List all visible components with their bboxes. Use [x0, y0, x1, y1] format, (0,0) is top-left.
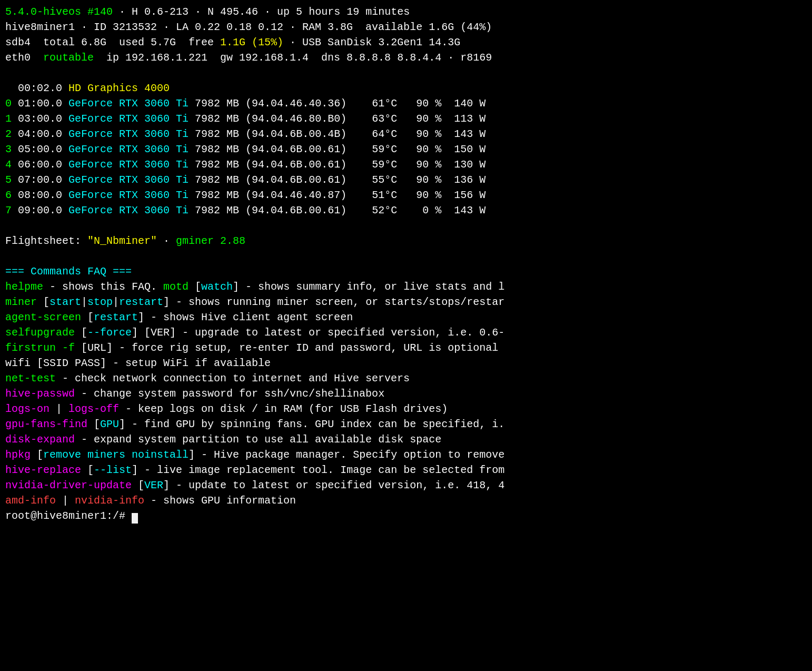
terminal-output: 5.4.0-hiveos #140 · H 0.6-213 · N 495.46…: [5, 4, 807, 524]
status-line-1: 5.4.0-hiveos #140 · H 0.6-213 · N 495.46…: [5, 4, 807, 19]
blank-1: [5, 65, 807, 81]
gpu-5: 5 07:00.0 GeForce RTX 3060 Ti 7982 MB (9…: [5, 172, 807, 188]
status-line-2: hive8miner1 · ID 3213532 · LA 0.22 0.18 …: [5, 19, 807, 35]
blank-2: [5, 218, 807, 233]
faq-amdnvidia: amd-info | nvidia-info - shows GPU infor…: [5, 493, 807, 508]
gpu-6: 6 08:00.0 GeForce RTX 3060 Ti 7982 MB (9…: [5, 188, 807, 203]
blank-3: [5, 249, 807, 264]
faq-nettest: net-test - check network connection to i…: [5, 371, 807, 386]
faq-nvidiadriver: nvidia-driver-update [VER] - update to l…: [5, 478, 807, 493]
faq-hivereplace: hive-replace [--list] - live image repla…: [5, 462, 807, 478]
flightsheet-line: Flightsheet: "N_Nbminer" · gminer 2.88: [5, 233, 807, 249]
prompt-line[interactable]: root@hive8miner1:/#: [5, 508, 807, 524]
faq-helpme: helpme - shows this FAQ. motd [watch] - …: [5, 279, 807, 294]
terminal-cursor: [132, 513, 138, 524]
gpu-4: 4 06:00.0 GeForce RTX 3060 Ti 7982 MB (9…: [5, 157, 807, 172]
gpu-7: 7 09:00.0 GeForce RTX 3060 Ti 7982 MB (9…: [5, 203, 807, 218]
faq-gpufans: gpu-fans-find [GPU] - find GPU by spinni…: [5, 417, 807, 432]
status-line-4: eth0 routable ip 192.168.1.221 gw 192.16…: [5, 50, 807, 65]
faq-agent: agent-screen [restart] - shows Hive clie…: [5, 310, 807, 325]
status-line-3: sdb4 total 6.8G used 5.7G free 1.1G (15%…: [5, 35, 807, 50]
faq-hpkg: hpkg [remove miners noinstall] - Hive pa…: [5, 447, 807, 462]
faq-selfupgrade: selfupgrade [--force] [VER] - upgrade to…: [5, 325, 807, 340]
gpu-2: 2 04:00.0 GeForce RTX 3060 Ti 7982 MB (9…: [5, 126, 807, 142]
faq-wifi: wifi [SSID PASS] - setup WiFi if availab…: [5, 356, 807, 371]
gpu-hd: 00:02.0 HD Graphics 4000: [5, 81, 807, 96]
faq-logs: logs-on | logs-off - keep logs on disk /…: [5, 401, 807, 417]
faq-header: === Commands FAQ ===: [5, 264, 807, 279]
faq-diskexpand: disk-expand - expand system partition to…: [5, 432, 807, 447]
faq-miner: miner [start|stop|restart] - shows runni…: [5, 294, 807, 310]
gpu-3: 3 05:00.0 GeForce RTX 3060 Ti 7982 MB (9…: [5, 142, 807, 157]
gpu-1: 1 03:00.0 GeForce RTX 3060 Ti 7982 MB (9…: [5, 111, 807, 126]
gpu-0: 0 01:00.0 GeForce RTX 3060 Ti 7982 MB (9…: [5, 96, 807, 111]
faq-firstrun: firstrun -f [URL] - force rig setup, re-…: [5, 340, 807, 356]
faq-hivepasswd: hive-passwd - change system password for…: [5, 386, 807, 401]
